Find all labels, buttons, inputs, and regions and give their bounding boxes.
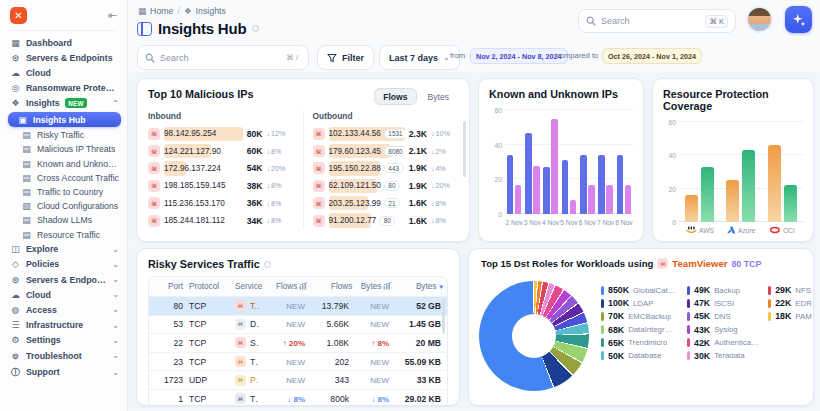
table-row-teamviewer[interactable]: 80TCP☠TeamViewerNEW13.79KNEW52 GB [149,296,447,315]
sidebar-item-settings[interactable]: ⚙Settings⌄ [0,333,127,348]
malicious-ip-row[interactable]: ☠203.25.123.99211.6K↓8% [313,195,459,212]
bar-unknown [551,119,558,214]
breadcrumb-item[interactable]: Home [150,6,173,16]
sidebar-item-policies[interactable]: ◇Policies⌄ [0,257,127,272]
legend-value: 49K [694,285,710,295]
malicious-ip-row[interactable]: ☠115.236.153.17036K↓8% [148,195,294,212]
legend-item-nfs[interactable]: 29KNFS [768,285,812,295]
sidebar-item-support[interactable]: ⓘSupport⌄ [0,363,127,381]
legend-item-ldap[interactable]: 100KLDAP [601,298,679,308]
malicious-ip-row[interactable]: ☠195.150.22.884431.9K↓4% [313,160,459,177]
malicious-ip-row[interactable]: ☠179.60.123.4580802.1K↓2% [313,142,459,159]
sidebar-item-known-and-unknown-ips[interactable]: ▤Known and Unknown IPs [0,157,127,171]
malicious-ip-row[interactable]: ☠102.133.44.56153112312.3K↓10% [313,125,459,142]
card-title: Risky Services Traffic [148,258,260,270]
user-avatar[interactable] [746,6,773,33]
legend-item-edr[interactable]: 22KEDR [768,298,812,308]
sidebar-collapse-icon[interactable]: ⇤ [108,10,117,21]
legend-item-dns[interactable]: 45KDNS [687,311,760,321]
sidebar-item-insights[interactable]: ❖InsightsNEW⌃ [0,96,127,111]
legend-item-emcbackup[interactable]: 70KEMCBackup [601,311,679,321]
malicious-ip-row[interactable]: ☠62.109.121.50801.9K↓20% [313,177,459,194]
sidebar-item-traffic-to-country[interactable]: ▤Traffic to Country [0,185,127,199]
sidebar-item-troubleshoot[interactable]: ⊚Troubleshoot⌄ [0,348,127,363]
malicious-service-icon: ☠ [235,356,246,367]
doc-icon: ▤ [21,230,32,240]
sidebar-item-shadow-llms[interactable]: ▤Shadow LLMs [0,213,127,227]
global-search-input[interactable]: Search ⌘ K [578,9,736,33]
sidebar-item-malicious-ip-threats[interactable]: ▤Malicious IP Threats [0,142,127,156]
table-row-dns[interactable]: 53TCP☠DNSNEW5.66KNEW1.45 GB [149,315,447,334]
malicious-ip-row[interactable]: ☠98.142.95.25480K↓12% [148,125,294,142]
legend-item-dataintegration[interactable]: 68KDataIntegration [601,325,679,335]
column-header-bytes[interactable]: Bytes [352,282,392,291]
legend-swatch [768,286,771,295]
table-header-row: PortProtocolServiceFlowsFlowsBytesBytes▼ [149,277,447,296]
sidebar-item-infrastructure[interactable]: ☰Infrastructure⌄ [0,318,127,333]
sidebar-item-cloud-configurations[interactable]: ▧Cloud Configurations [0,199,127,213]
page-search-input[interactable]: Search ⌘ / [137,45,309,70]
legend-swatch [601,325,604,334]
malicious-ip-row[interactable]: ☠198.185.159.14538K↓8% [148,177,294,194]
date-range-dropdown[interactable]: Last 7 days ⌄ [379,45,460,70]
legend-item-authentication[interactable]: 42KAuthentication [687,338,760,348]
sidebar-item-cloud[interactable]: ☁Cloud [0,65,127,80]
delta-value: ↓8% [267,147,294,156]
column-header-bytes[interactable]: Bytes▼ [392,282,444,291]
chevron-down-icon: ⌄ [112,290,119,299]
breadcrumb-item[interactable]: Insights [196,6,226,16]
outbound-list: ☠102.133.44.56153112312.3K↓10%☠179.60.12… [313,125,459,229]
bytes-cell: 55.09 KB [389,357,441,367]
malicious-ip-icon: ☠ [148,180,160,192]
sidebar-item-ransomware-protection[interactable]: ◎Ransomware Protection [0,81,127,96]
current-range-badge[interactable]: Nov 2, 2024 - Nov 8, 2024 [470,48,568,64]
legend-item-pam[interactable]: 18KPAM [768,311,812,321]
legend-item-syslog[interactable]: 43KSyslog [687,325,760,335]
legend-item-trendmicro[interactable]: 65KTrendmicro [601,338,679,348]
sidebar-item-label: Dashboard [26,38,72,48]
sidebar-item-servers-endpoints[interactable]: ⊙Servers & Endpoints [0,50,127,65]
legend-item-database[interactable]: 50KDatabase [601,351,679,361]
malicious-ip-row[interactable]: ☠172.96.137.22454K↓20% [148,160,294,177]
legend-item-iscsi[interactable]: 47KiSCSI [687,298,760,308]
sidebar-item-resource-traffic[interactable]: ▤Resource Traffic [0,227,127,241]
malicious-ip-row[interactable]: ☠91.200.12.77801.6K↓8% [313,212,459,229]
sidebar-item-cloud[interactable]: ☁Cloud⌄ [0,287,127,302]
malicious-service-icon: ☠ [235,375,246,386]
vertical-scrollbar[interactable] [463,121,467,177]
malicious-ip-row[interactable]: ☠185.244.181.11234K↓8% [148,212,294,229]
legend-value: 70K [608,311,624,321]
table-row-pptp[interactable]: 1723UDP☠PPTPNEW343NEW33 KB [149,370,447,389]
column-header-flows[interactable]: Flows [262,282,308,291]
legend-item-globalcatalog[interactable]: 850KGlobalCatalog [601,285,679,295]
sidebar-item-insights-hub[interactable]: ▣Insights Hub [8,112,121,127]
bar-unknown [588,185,595,215]
toggle-flows[interactable]: Flows [374,88,416,105]
card-title: Resource Protection Coverage [663,88,803,112]
sidebar-item-access[interactable]: ◍Access⌄ [0,302,127,317]
toggle-bytes[interactable]: Bytes [419,88,459,105]
filter-button[interactable]: Filter [317,45,374,70]
sidebar-item-cross-account-traffic[interactable]: ▤Cross Account Traffic [0,171,127,185]
ai-assistant-button[interactable] [785,6,812,33]
malicious-ip-row[interactable]: ☠124.221.127.9060K↓8% [148,142,294,159]
column-header-service[interactable]: Service [229,282,262,291]
legend-item-backup[interactable]: 49KBackup [687,285,760,295]
compare-range-badge[interactable]: Oct 26, 2024 - Nov 1, 2024 [602,48,702,64]
table-row-telnet[interactable]: 23TCP☠TELNETNEW202NEW55.09 KB [149,352,447,371]
delta-value: ↓20% [267,164,294,173]
legend-column: 49KBackup47KiSCSI45KDNS43KSyslog42KAuthe… [687,285,760,361]
sidebar-item-servers-endpoints[interactable]: ⊙Servers & Endpoints⌄ [0,272,127,287]
sidebar-item-risky-traffic[interactable]: ▤Risky Traffic [0,128,127,142]
vertical-scrollbar[interactable] [442,299,446,333]
sidebar-item-dashboard[interactable]: ▦Dashboard [0,35,127,50]
column-header-protocol[interactable]: Protocol [183,282,229,291]
title-info-icon[interactable] [252,25,259,32]
info-icon[interactable] [264,261,271,268]
column-header-flows[interactable]: Flows [308,282,352,291]
column-header-port[interactable]: Port [153,282,183,291]
table-row-tcpmux[interactable]: 1TCP☠TCPMUX↓ 8%800k↓ 8%29.02 KB [149,389,447,406]
legend-item-teradata[interactable]: 30KTeradata [687,351,760,361]
table-row-ssh[interactable]: 22TCP☠SSH↑ 20%1.08K↑ 8%20 MB [149,333,447,352]
sidebar-item-explore[interactable]: ◫Explore⌄ [0,242,127,257]
